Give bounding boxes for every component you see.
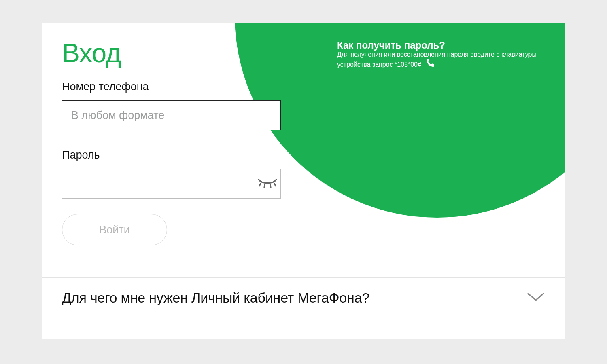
svg-line-1 [264, 185, 265, 188]
eye-closed-icon[interactable] [257, 177, 278, 191]
login-button[interactable]: Войти [62, 214, 167, 245]
chevron-down-icon [526, 292, 545, 304]
password-label: Пароль [62, 149, 306, 161]
callout-body: Для получения или восстановления пароля … [337, 51, 539, 70]
phone-field-wrap [62, 100, 306, 130]
password-field-wrap [62, 169, 306, 199]
password-input[interactable] [62, 169, 281, 199]
callout-title: Как получить пароль? [337, 40, 539, 51]
password-help-content: Как получить пароль? Для получения или в… [337, 40, 539, 70]
phone-label: Номер телефона [62, 80, 306, 93]
svg-line-2 [270, 185, 271, 188]
faq-accordion[interactable]: Для чего мне нужен Личный кабинет МегаФо… [42, 277, 565, 326]
svg-line-3 [274, 184, 276, 186]
phone-input[interactable] [62, 100, 281, 130]
svg-line-0 [259, 184, 261, 186]
page-title: Вход [62, 38, 306, 68]
faq-question: Для чего мне нужен Личный кабинет МегаФо… [62, 290, 369, 306]
login-card: Как получить пароль? Для получения или в… [42, 23, 565, 339]
login-form: Вход Номер телефона Пароль Войти [42, 23, 326, 270]
phone-icon [425, 58, 435, 70]
